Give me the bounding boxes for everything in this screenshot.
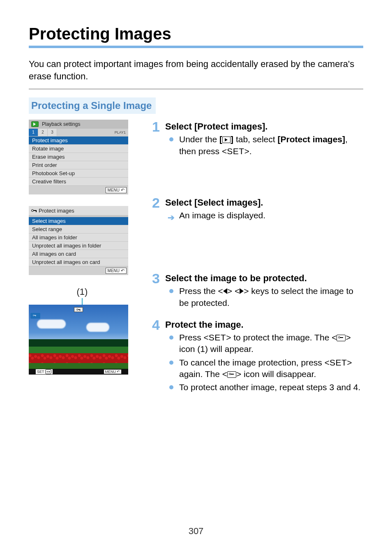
protect-item-unprotect-card[interactable]: Unprotect all images on card (29, 258, 128, 266)
set-on-icon: ⊶ (45, 369, 51, 374)
key-icon (31, 208, 37, 213)
camera-menu-item-erase[interactable]: Erase images (29, 153, 128, 161)
step-bullet: To cancel the image protection, press <S… (165, 357, 363, 380)
protect-key-icon (227, 371, 236, 378)
step-2: 2 Select [Select images]. ➔ An image is … (152, 196, 363, 223)
menu-label: MENU (108, 268, 120, 273)
bt: To cancel the image protection, press < (179, 358, 330, 367)
camera-menu-item-print-order[interactable]: Print order (29, 161, 128, 169)
photo-callout-block: (1) (29, 287, 136, 375)
step-bullet: Under the [] tab, select [Protect images… (165, 134, 363, 157)
bt: An image is displayed. (179, 211, 265, 220)
camera-menu-back-button[interactable]: MENU ↶ (106, 187, 127, 193)
set-label: SET (37, 370, 44, 374)
photo-bottom-bar: SET ⊶ MENU ↶ (29, 369, 128, 375)
play-tab-icon (222, 137, 231, 143)
camera-menu-protect-header: Protect images (29, 206, 128, 217)
bullet-icon (169, 336, 173, 340)
page-title: Protecting Images (29, 25, 363, 43)
bt: > icon will disappear. (236, 369, 316, 379)
protect-item-all-folder[interactable]: All images in folder (29, 233, 128, 241)
camera-menu-header-label: Playback settings (42, 121, 80, 127)
section-heading: Protecting a Single Image (29, 97, 156, 114)
bullet-icon (169, 137, 173, 141)
step-bullet: To protect another image, repeat steps 3… (165, 382, 363, 393)
camera-menu-tab-right-label: PLAY1 (115, 129, 126, 136)
camera-menu-tab-2[interactable]: 2 (38, 129, 48, 136)
step-number: 2 (152, 196, 163, 210)
undo-icon: ↶ (117, 370, 120, 374)
protect-item-select-images[interactable]: Select images (29, 217, 128, 225)
bt: tab, select (233, 134, 277, 144)
camera-menu-playback: Playback settings 1 2 3 PLAY1 Protect im… (29, 120, 128, 194)
bt: Under the (179, 134, 219, 144)
protect-corner-badge (30, 313, 40, 319)
step-bullet: ➔ An image is displayed. (165, 210, 363, 221)
step-1: 1 Select [Protect images]. Under the [] … (152, 120, 363, 159)
camera-menu-item-protect[interactable]: Protect images (29, 136, 128, 144)
divider (29, 89, 363, 89)
bt: Press the < (179, 286, 223, 296)
set-icon: SET (227, 146, 244, 156)
bt: [Protect images] (277, 134, 345, 144)
menu-label: MENU (108, 188, 120, 192)
protect-item-unprotect-folder[interactable]: Unprotect all images in folder (29, 241, 128, 250)
callout-label: (1) (29, 287, 136, 297)
step-3: 3 Select the image to be protected. Pres… (152, 271, 363, 310)
step-number: 1 (152, 120, 163, 134)
step-bullet: Press the <> <> keys to select the image… (165, 285, 363, 309)
key-icon (76, 308, 81, 311)
step-title: Select [Protect images]. (165, 121, 363, 132)
bt: > < (227, 286, 240, 296)
undo-icon: ↶ (121, 268, 125, 273)
key-icon (33, 315, 36, 317)
bullet-icon (169, 289, 173, 293)
step-4: 4 Protect the image. Press <SET> to prot… (152, 318, 363, 395)
title-rule (29, 46, 363, 48)
protect-item-select-range[interactable]: Select range (29, 225, 128, 233)
camera-menu-item-photobook[interactable]: Photobook Set-up (29, 169, 128, 177)
step-number: 4 (152, 318, 163, 332)
undo-icon: ↶ (121, 187, 125, 193)
step-title: Protect the image. (165, 319, 363, 330)
bt: To protect another image, repeat steps 3… (179, 382, 360, 392)
camera-menu-back-button[interactable]: MENU ↶ (106, 268, 127, 274)
protect-badge (74, 307, 83, 312)
protect-item-all-card[interactable]: All images on card (29, 250, 128, 258)
step-title: Select [Select images]. (165, 197, 363, 208)
bt: > to protect the image. The < (226, 333, 337, 342)
page-number: 307 (0, 526, 392, 537)
intro-text: You can protect important images from be… (29, 58, 363, 82)
play-icon (31, 121, 39, 127)
camera-menu-tabs: 1 2 3 PLAY1 (29, 129, 128, 136)
callout-line (82, 298, 83, 305)
camera-menu-item-rotate[interactable]: Rotate image (29, 144, 128, 153)
step-number: 3 (152, 271, 163, 285)
step-bullet: Press <SET> to protect the image. The <>… (165, 332, 363, 355)
set-icon: SET (209, 333, 226, 342)
left-arrow-icon (223, 288, 227, 294)
camera-menu-item-creative-filters[interactable]: Creative filters (29, 177, 128, 185)
camera-menu-header: Playback settings (29, 120, 128, 129)
menu-label: MENU (105, 370, 116, 374)
bullet-icon (169, 361, 173, 365)
step-title: Select the image to be protected. (165, 273, 363, 284)
camera-menu-tab-1[interactable]: 1 (29, 129, 38, 136)
bt: >. (244, 146, 252, 156)
protect-key-icon (337, 335, 346, 341)
right-arrow-icon (240, 288, 244, 294)
photo-set-button[interactable]: SET ⊶ (35, 369, 53, 375)
arrow-icon: ➔ (168, 212, 175, 223)
camera-menu-tab-3[interactable]: 3 (48, 129, 57, 136)
bullet-icon (169, 385, 173, 389)
camera-menu-protect: Protect images Select images Select rang… (29, 206, 128, 275)
set-icon: SET (330, 358, 347, 367)
camera-menu-protect-header-label: Protect images (39, 208, 74, 214)
photo-menu-button[interactable]: MENU ↶ (104, 369, 122, 374)
bt: Press < (179, 333, 209, 342)
sample-photo: SET ⊶ MENU ↶ (29, 305, 128, 375)
